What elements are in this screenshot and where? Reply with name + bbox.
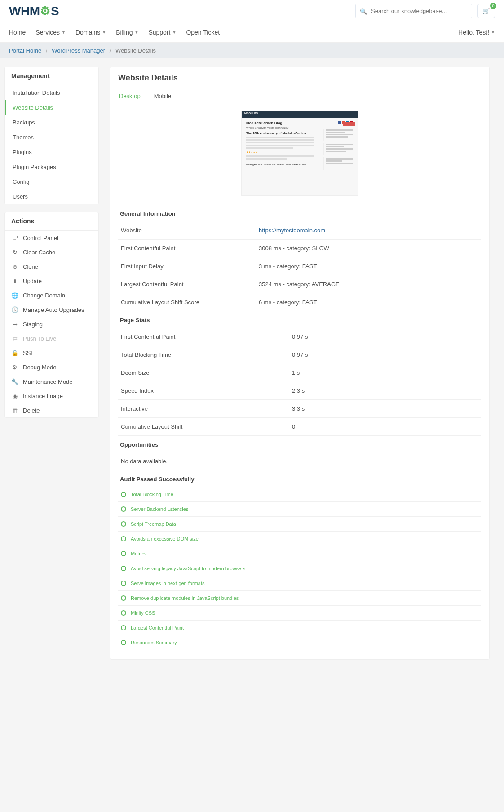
breadcrumb-portal[interactable]: Portal Home bbox=[9, 47, 41, 54]
mgmt-item-plugin-packages[interactable]: Plugin Packages bbox=[5, 160, 98, 174]
nav-item-open-ticket[interactable]: Open Ticket bbox=[186, 22, 220, 42]
mgmt-item-themes[interactable]: Themes bbox=[5, 130, 98, 145]
mgmt-item-website-details[interactable]: Website Details bbox=[5, 100, 98, 115]
audit-row[interactable]: Script Treemap Data bbox=[118, 517, 481, 532]
action-delete[interactable]: 🗑Delete bbox=[5, 403, 98, 417]
audit-label: Minify CSS bbox=[131, 610, 155, 616]
preview-footer: Next-gen WordPress automation with Panel… bbox=[246, 163, 314, 166]
nav-item-services[interactable]: Services▼ bbox=[35, 22, 66, 42]
info-key: Website bbox=[118, 222, 256, 240]
audit-row[interactable]: Metrics bbox=[118, 546, 481, 561]
table-row: Doom Size1 s bbox=[118, 364, 481, 382]
mgmt-item-config[interactable]: Config bbox=[5, 174, 98, 189]
ssl-icon: 🔓 bbox=[11, 349, 18, 356]
audit-row[interactable]: Total Blocking Time bbox=[118, 487, 481, 502]
clone-icon: ⊕ bbox=[11, 263, 18, 270]
check-circle-icon bbox=[121, 595, 126, 601]
action-change-domain[interactable]: 🌐Change Domain bbox=[5, 288, 98, 302]
action-label: Clone bbox=[23, 263, 38, 270]
cart-badge: 0 bbox=[490, 3, 496, 9]
table-row: Interactive3.3 s bbox=[118, 400, 481, 418]
audit-row[interactable]: Largest Contentful Paint bbox=[118, 621, 481, 635]
topbar: WHM⚙S 🔍 🛒 0 bbox=[0, 0, 504, 22]
action-debug-mode[interactable]: ⚙Debug Mode bbox=[5, 360, 98, 374]
info-value: 3 ms - category: FAST bbox=[256, 257, 481, 275]
mgmt-item-plugins[interactable]: Plugins bbox=[5, 145, 98, 160]
page-stats-heading: Page Stats bbox=[118, 311, 481, 328]
action-label: Delete bbox=[23, 407, 40, 414]
audit-row[interactable]: Serve images in next-gen formats bbox=[118, 576, 481, 591]
search-input[interactable] bbox=[355, 4, 472, 18]
table-row: Cumulative Layout Shift Score6 ms - cate… bbox=[118, 293, 481, 311]
audit-label: Metrics bbox=[131, 551, 146, 556]
nav-label: Support bbox=[148, 29, 170, 36]
table-row: First Contentful Paint0.97 s bbox=[118, 328, 481, 346]
nav-item-billing[interactable]: Billing▼ bbox=[116, 22, 138, 42]
actions-panel: Actions 🛡Control Panel↻Clear Cache⊕Clone… bbox=[4, 212, 99, 418]
nav-item-home[interactable]: Home bbox=[9, 22, 26, 42]
action-label: SSL bbox=[23, 350, 34, 356]
nav-label: Open Ticket bbox=[186, 29, 220, 36]
tab-mobile[interactable]: Mobile bbox=[153, 89, 172, 103]
table-row: Total Blocking Time0.97 s bbox=[118, 346, 481, 364]
table-row: Websitehttps://mytestdomain.com bbox=[118, 222, 481, 240]
mgmt-item-backups[interactable]: Backups bbox=[5, 115, 98, 130]
table-row: First Contentful Paint3008 ms - category… bbox=[118, 240, 481, 257]
stat-value: 2.3 s bbox=[256, 382, 481, 400]
gear-icon: ⚙ bbox=[40, 4, 50, 18]
action-label: Staging bbox=[23, 321, 43, 328]
action-manage-auto-upgrades[interactable]: 🕓Manage Auto Upgrades bbox=[5, 302, 98, 317]
stat-key: Interactive bbox=[118, 400, 256, 418]
logo[interactable]: WHM⚙S bbox=[9, 4, 59, 18]
cart-button[interactable]: 🛒 0 bbox=[477, 4, 495, 18]
audit-row[interactable]: Avoids an excessive DOM size bbox=[118, 532, 481, 546]
action-update[interactable]: ⬆Update bbox=[5, 274, 98, 288]
staging-icon: ➡ bbox=[11, 320, 18, 328]
audit-row[interactable]: Remove duplicate modules in JavaScript b… bbox=[118, 591, 481, 606]
stat-key: Doom Size bbox=[118, 364, 256, 382]
action-control-panel[interactable]: 🛡Control Panel bbox=[5, 231, 98, 245]
action-clone[interactable]: ⊕Clone bbox=[5, 259, 98, 274]
action-label: Debug Mode bbox=[23, 364, 56, 371]
action-clear-cache[interactable]: ↻Clear Cache bbox=[5, 245, 98, 259]
audit-label: Resources Summary bbox=[131, 640, 177, 645]
check-circle-icon bbox=[121, 521, 126, 527]
opportunities-empty: No data available. bbox=[118, 453, 481, 470]
audit-row[interactable]: Minify CSS bbox=[118, 606, 481, 621]
chevron-down-icon: ▼ bbox=[491, 30, 495, 35]
greeting-dropdown[interactable]: Hello, Test! ▼ bbox=[458, 22, 495, 42]
debug-mode-icon: ⚙ bbox=[11, 364, 18, 371]
check-circle-icon bbox=[121, 506, 126, 512]
nav-item-domains[interactable]: Domains▼ bbox=[75, 22, 106, 42]
action-label: Instance Image bbox=[23, 393, 63, 399]
info-value: 3524 ms - category: AVERAGE bbox=[256, 275, 481, 293]
action-staging[interactable]: ➡Staging bbox=[5, 317, 98, 331]
table-row: Speed Index2.3 s bbox=[118, 382, 481, 400]
stat-value: 0 bbox=[256, 418, 481, 436]
nav-item-support[interactable]: Support▼ bbox=[148, 22, 176, 42]
action-maintenance-mode[interactable]: 🔧Maintenance Mode bbox=[5, 374, 98, 389]
stat-key: Speed Index bbox=[118, 382, 256, 400]
audit-row[interactable]: Avoid serving legacy JavaScript to moder… bbox=[118, 561, 481, 576]
action-push-to-live: ⇄Push To Live bbox=[5, 331, 98, 346]
stat-value: 1 s bbox=[256, 364, 481, 382]
audit-row[interactable]: Server Backend Latencies bbox=[118, 502, 481, 517]
maintenance-mode-icon: 🔧 bbox=[11, 378, 18, 385]
website-link[interactable]: https://mytestdomain.com bbox=[259, 227, 325, 234]
breadcrumb-wp[interactable]: WordPress Manager bbox=[52, 47, 105, 54]
action-ssl[interactable]: 🔓SSL bbox=[5, 346, 98, 360]
table-row: First Input Delay3 ms - category: FAST bbox=[118, 257, 481, 275]
mgmt-item-users[interactable]: Users bbox=[5, 189, 98, 204]
action-label: Manage Auto Upgrades bbox=[23, 306, 84, 313]
nav-label: Domains bbox=[75, 29, 100, 36]
stat-key: Cumulative Layout Shift bbox=[118, 418, 256, 436]
action-label: Clear Cache bbox=[23, 249, 55, 256]
tab-desktop[interactable]: Desktop bbox=[118, 89, 141, 103]
stat-value: 3.3 s bbox=[256, 400, 481, 418]
logo-text-pre: WHM bbox=[9, 4, 40, 18]
audit-row[interactable]: Resources Summary bbox=[118, 635, 481, 650]
mgmt-item-installation-details[interactable]: Installation Details bbox=[5, 85, 98, 100]
check-circle-icon bbox=[121, 610, 126, 616]
action-instance-image[interactable]: ◉Instance Image bbox=[5, 389, 98, 403]
nav-label: Billing bbox=[116, 29, 133, 36]
